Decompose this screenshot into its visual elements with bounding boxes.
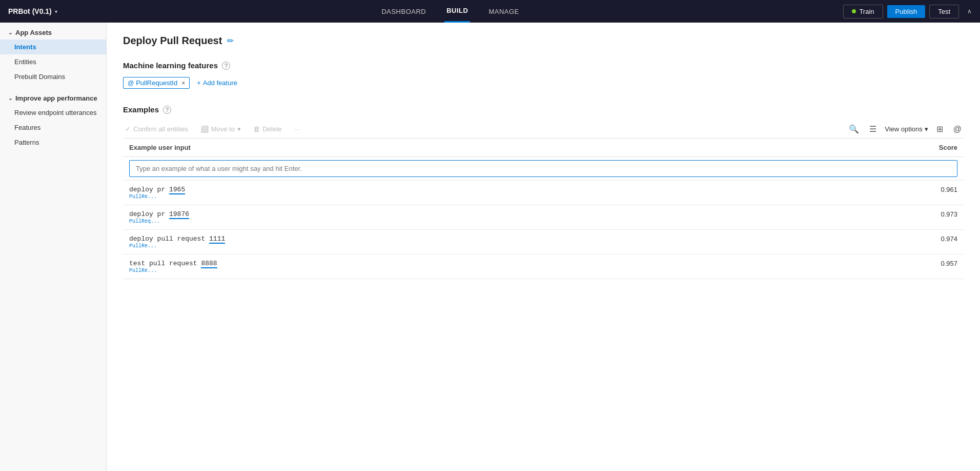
confirm-check-icon: ✓ xyxy=(125,125,131,133)
nav-dashboard[interactable]: DASHBOARD xyxy=(379,0,428,23)
utterance-prefix-3: deploy pull request xyxy=(129,235,209,243)
examples-help-icon[interactable]: ? xyxy=(163,106,171,114)
score-cell-4: 0.957 xyxy=(778,254,964,279)
publish-button-label: Publish xyxy=(895,8,917,15)
ml-features-header: Machine learning features ? xyxy=(123,61,964,70)
main-content: Deploy Pull Request ✏ Machine learning f… xyxy=(107,23,980,471)
utterance-prefix-2: deploy pr xyxy=(129,210,169,218)
app-assets-section[interactable]: ⌄ App Assets xyxy=(0,23,106,40)
examples-header: Examples ? xyxy=(123,105,964,114)
entity-label-2: PullReq... xyxy=(129,219,771,224)
feature-tag-label: PullRequestId xyxy=(136,79,177,87)
at-icon-button[interactable]: @ xyxy=(951,124,964,135)
nav-manage[interactable]: MANAGE xyxy=(486,0,521,23)
delete-label: Delete xyxy=(262,125,282,133)
utterance-input[interactable] xyxy=(129,160,957,177)
more-label: ··· xyxy=(294,125,300,133)
toolbar-left: ✓ Confirm all entities ⬜ Move to ▾ 🗑 Del… xyxy=(123,124,302,134)
move-to-label: Move to xyxy=(211,125,235,133)
delete-icon: 🗑 xyxy=(253,125,260,133)
examples-table: Example user input Score deploy pr xyxy=(123,139,964,279)
train-status-dot xyxy=(852,9,856,13)
top-nav-center: DASHBOARD BUILD MANAGE xyxy=(379,0,521,23)
table-row: deploy pull request 1111 PullRe... 0.974 xyxy=(123,230,964,254)
examples-section: Examples ? ✓ Confirm all entities ⬜ Move… xyxy=(123,105,964,279)
train-button[interactable]: Train xyxy=(843,5,883,18)
utterance-cell-3: deploy pull request 1111 PullRe... xyxy=(123,230,778,254)
sidebar: ⌄ App Assets Intents Entities Prebuilt D… xyxy=(0,23,107,471)
entity-label-4: PullRe... xyxy=(129,268,771,273)
feature-tag-remove-icon[interactable]: × xyxy=(181,80,185,87)
sidebar-item-features[interactable]: Features xyxy=(0,120,106,135)
add-feature-button[interactable]: + Add feature xyxy=(194,77,240,88)
columns-icon: ☰ xyxy=(869,125,876,133)
utterance-prefix-1: deploy pr xyxy=(129,186,169,193)
search-icon-button[interactable]: 🔍 xyxy=(847,123,861,135)
delete-button[interactable]: 🗑 Delete xyxy=(251,124,284,134)
table-header-row: Example user input Score xyxy=(123,139,964,157)
improve-chevron: ⌄ xyxy=(8,95,12,101)
utterance-input-row xyxy=(123,157,964,181)
sidebar-item-review-endpoint[interactable]: Review endpoint utterances xyxy=(0,105,106,120)
feature-tag-pullrequestid: @ PullRequestId × xyxy=(123,77,190,89)
entity-value-3[interactable]: 1111 xyxy=(209,235,225,244)
entity-value-1[interactable]: 1965 xyxy=(169,186,185,194)
entity-value-2[interactable]: 19876 xyxy=(169,210,189,219)
view-options-chevron-icon: ▾ xyxy=(925,125,928,133)
move-icon: ⬜ xyxy=(200,125,209,133)
top-nav-actions: Train Publish Test ∧ xyxy=(843,5,972,18)
entity-tagged-3: 1111 PullRe... xyxy=(129,235,771,249)
nav-build[interactable]: BUILD xyxy=(444,0,470,23)
expand-icon[interactable]: ∧ xyxy=(967,8,972,15)
add-icon: + xyxy=(197,79,201,87)
train-button-label: Train xyxy=(859,8,874,15)
entity-label-3: PullRe... xyxy=(129,243,771,249)
at-icon: @ xyxy=(128,80,134,87)
col-input-header: Example user input xyxy=(123,139,778,157)
toolbar-right: 🔍 ☰ View options ▾ ⊞ @ xyxy=(847,123,964,135)
entity-tagged-2: 19876 PullReq... xyxy=(129,210,771,224)
utterance-prefix-4: test pull request xyxy=(129,260,201,267)
app-name[interactable]: PRBot (V0.1) xyxy=(8,7,52,15)
body-layout: ⌄ App Assets Intents Entities Prebuilt D… xyxy=(0,23,980,471)
view-options-label: View options xyxy=(885,125,922,133)
test-button[interactable]: Test xyxy=(929,5,959,18)
table-row: test pull request 8888 PullRe... 0.957 xyxy=(123,254,964,279)
improve-label: Improve app performance xyxy=(15,94,97,102)
filter-icon-button[interactable]: ⊞ xyxy=(934,123,945,135)
edit-icon[interactable]: ✏ xyxy=(227,36,234,46)
improve-section[interactable]: ⌄ Improve app performance xyxy=(0,88,106,105)
table-row: deploy pr 19876 PullReq... 0.973 xyxy=(123,205,964,230)
ml-features-help-icon[interactable]: ? xyxy=(222,62,230,70)
feature-tags-container: @ PullRequestId × + Add feature xyxy=(123,77,964,89)
move-to-button[interactable]: ⬜ Move to ▾ xyxy=(198,124,243,134)
sidebar-item-patterns[interactable]: Patterns xyxy=(0,135,106,150)
view-options-button[interactable]: View options ▾ xyxy=(885,125,928,133)
entity-label-1: PullRe... xyxy=(129,194,771,200)
confirm-all-button[interactable]: ✓ Confirm all entities xyxy=(123,124,190,134)
app-name-area: PRBot (V0.1) ▾ xyxy=(8,7,57,15)
examples-toolbar: ✓ Confirm all entities ⬜ Move to ▾ 🗑 Del… xyxy=(123,120,964,139)
app-assets-label: App Assets xyxy=(15,29,52,36)
examples-title: Examples xyxy=(123,105,159,114)
score-cell-3: 0.974 xyxy=(778,230,964,254)
move-to-chevron-icon: ▾ xyxy=(237,125,241,133)
top-nav: PRBot (V0.1) ▾ DASHBOARD BUILD MANAGE Tr… xyxy=(0,0,980,23)
publish-button[interactable]: Publish xyxy=(887,5,926,18)
sidebar-item-prebuilt-domains[interactable]: Prebuilt Domains xyxy=(0,69,106,84)
columns-icon-button[interactable]: ☰ xyxy=(867,123,879,135)
score-cell-2: 0.973 xyxy=(778,205,964,230)
confirm-all-label: Confirm all entities xyxy=(133,125,188,133)
more-button[interactable]: ··· xyxy=(292,124,302,134)
col-score-header: Score xyxy=(778,139,964,157)
filter-icon: ⊞ xyxy=(936,125,943,133)
sidebar-item-entities[interactable]: Entities xyxy=(0,54,106,69)
app-chevron-icon[interactable]: ▾ xyxy=(55,9,57,14)
entity-value-4[interactable]: 8888 xyxy=(201,260,217,268)
table-row: deploy pr 1965 PullRe... 0.961 xyxy=(123,181,964,205)
sidebar-item-intents[interactable]: Intents xyxy=(0,40,106,54)
add-feature-label: Add feature xyxy=(203,79,237,87)
utterance-input-cell xyxy=(123,157,964,181)
score-cell-1: 0.961 xyxy=(778,181,964,205)
search-icon: 🔍 xyxy=(849,125,859,133)
